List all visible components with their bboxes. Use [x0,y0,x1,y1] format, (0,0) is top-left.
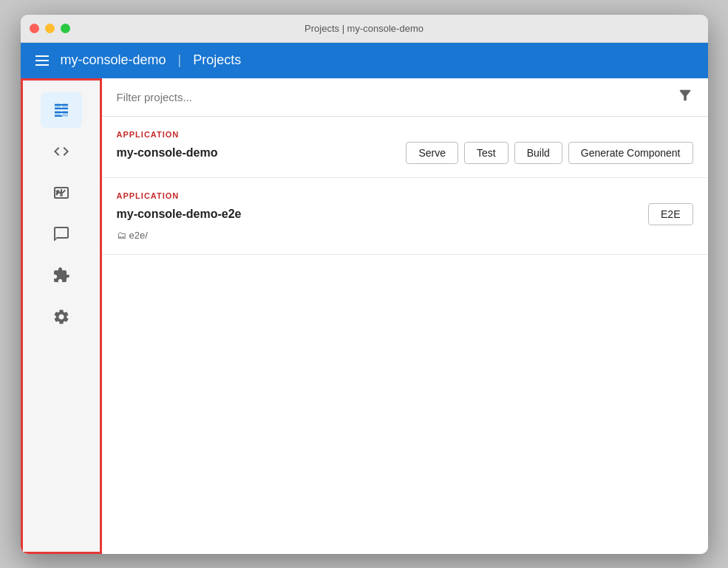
app-window: Projects | my-console-demo my-console-de… [21,15,708,554]
extensions-icon [52,267,70,284]
project-row-2: my-console-demo-e2e E2E [117,203,693,225]
project-actions-2: E2E [648,203,693,225]
app-header: my-console-demo | Projects [21,43,708,78]
hamburger-menu-button[interactable] [33,52,52,69]
main-area: APPLICATION my-console-demo Serve Test B… [21,78,708,554]
project-item-e2e: APPLICATION my-console-demo-e2e E2E 🗂 e2… [102,178,708,255]
svg-rect-6 [55,111,61,117]
sidebar-item-chat[interactable] [41,216,82,252]
svg-rect-7 [62,111,68,117]
project-path-text: e2e/ [129,230,148,241]
sidebar-item-projects[interactable] [41,92,82,128]
project-actions-1: Serve Test Build Generate Component [406,142,693,164]
svg-rect-5 [62,103,68,109]
serve-button[interactable]: Serve [406,142,458,164]
project-path-2: 🗂 e2e/ [117,230,693,241]
settings-icon [52,308,70,326]
app-name: my-console-demo [61,52,166,68]
chat-icon [52,225,70,243]
project-type-2: APPLICATION [117,191,693,200]
generate-component-button[interactable]: Generate Component [568,142,693,164]
sidebar-item-settings[interactable] [41,299,82,335]
sidebar [21,78,102,554]
sidebar-item-terminal[interactable] [41,175,82,211]
svg-rect-4 [55,103,61,109]
terminal-icon [52,184,70,202]
build-button[interactable]: Build [514,142,562,164]
project-row-1: my-console-demo Serve Test Build Generat… [117,142,693,164]
project-type-1: APPLICATION [117,130,693,139]
filter-bar [102,78,708,117]
code-icon [52,143,70,160]
project-name-1: my-console-demo [117,146,218,160]
page-title: Projects [193,52,241,68]
e2e-button[interactable]: E2E [648,203,693,225]
window-controls [30,24,70,33]
filter-icon[interactable] [677,87,693,107]
filter-input[interactable] [117,91,677,103]
sidebar-item-code[interactable] [41,134,82,169]
project-name-2: my-console-demo-e2e [117,208,242,221]
projects-list: APPLICATION my-console-demo Serve Test B… [102,117,708,554]
list-icon [52,101,70,119]
maximize-button[interactable] [61,24,70,33]
minimize-button[interactable] [45,24,55,33]
project-item-main: APPLICATION my-console-demo Serve Test B… [102,117,708,178]
close-button[interactable] [30,24,39,33]
content-area: APPLICATION my-console-demo Serve Test B… [102,78,708,554]
header-separator: | [178,52,182,68]
test-button[interactable]: Test [464,142,508,164]
sidebar-item-extensions[interactable] [41,258,82,293]
window-title: Projects | my-console-demo [305,23,423,34]
title-bar: Projects | my-console-demo [21,15,708,43]
folder-icon: 🗂 [117,230,126,241]
